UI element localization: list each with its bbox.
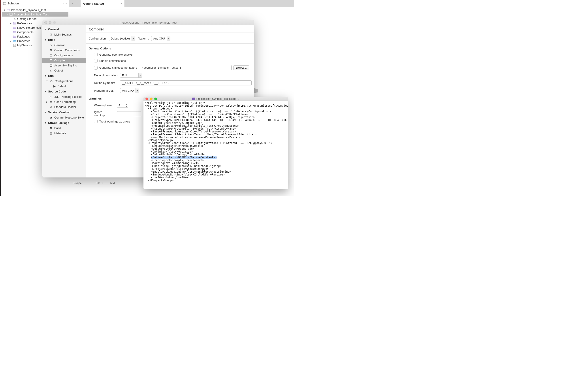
project-icon — [9, 13, 13, 16]
chevron-up-icon[interactable]: ▲ — [125, 103, 128, 105]
sidebar-category-general[interactable]: ▼General — [42, 26, 86, 32]
chevron-down-icon[interactable]: ▼ — [3, 9, 6, 11]
csproj-code-editor[interactable]: <?xml version="1.0" encoding="utf-8"?> <… — [144, 101, 288, 190]
window-controls — [146, 98, 157, 100]
checkbox-treat-warnings[interactable] — [94, 120, 98, 123]
checkbox-xml-doc[interactable] — [94, 66, 98, 70]
sidebar-item-output[interactable]: ⎋Output — [42, 68, 86, 73]
modal-sidebar: ▼General ⚙Main Settings ▼Build ▷General … — [42, 25, 86, 178]
chevron-right-icon[interactable]: ▶ — [9, 22, 12, 24]
window-zoom-icon[interactable] — [154, 98, 157, 100]
tab-bar: ‹ › Getting Started ✕ — [69, 0, 294, 7]
sidebar-item-naming-policies[interactable]: abc.NET Naming Policies — [42, 94, 86, 99]
chevron-right-icon[interactable]: ▶ — [9, 40, 12, 42]
sidebar-item-configurations[interactable]: ▢Configurations — [42, 53, 86, 58]
chevron-down-icon: ▼ — [138, 73, 142, 78]
chevron-down-icon[interactable]: ▼ — [125, 105, 128, 108]
sidebar-item-main-settings[interactable]: ⚙Main Settings — [42, 32, 86, 37]
row-generate-overflow: Generate overflow checks — [86, 52, 254, 58]
sidebar-item-standard-header[interactable]: #Standard Header — [42, 104, 86, 110]
checkbox-overflow[interactable] — [94, 53, 98, 56]
ignore-warnings-label: Ignore warnings: — [94, 110, 115, 117]
sidebar-category-build[interactable]: ▼Build — [42, 37, 86, 42]
xml-doc-input[interactable] — [139, 65, 232, 70]
modal-titlebar[interactable]: Project Options – Precompiler_Symbols_Te… — [42, 20, 254, 25]
csproj-editor-window: Precompiler_Symbols_Test.csproj ⌄ <?xml … — [144, 97, 288, 190]
checkbox-optimizations[interactable] — [94, 59, 98, 62]
sidebar-item-assembly-signing[interactable]: ⚿Assembly Signing — [42, 63, 86, 68]
chevron-down-icon: ▼ — [44, 90, 47, 93]
platform-target-select[interactable]: Any CPU ▼ — [120, 88, 139, 93]
chevron-down-icon[interactable]: ⌄ — [238, 98, 240, 100]
chevron-right-icon[interactable]: ▶ — [46, 101, 48, 103]
output-icon: ⎋ — [50, 69, 52, 72]
sidebar-item-code-formatting[interactable]: ▶≡Code Formatting — [42, 99, 86, 104]
stepper-arrows[interactable]: ▲▼ — [125, 103, 128, 108]
close-icon[interactable]: ✕ — [121, 2, 123, 5]
tree-label: Getting Started — [17, 17, 36, 20]
panel-close-icon[interactable]: ✕ — [65, 2, 67, 5]
folder-icon — [13, 22, 16, 24]
sidebar-item-nuget-metadata[interactable]: ▤Metadata — [42, 131, 86, 136]
tree-label: References — [17, 22, 32, 25]
platform-select[interactable]: Any CPU ▼ — [151, 36, 170, 41]
define-symbols-input[interactable] — [120, 80, 252, 86]
tree-solution-root[interactable]: ▼ Precompiler_Symbols_Test — [2, 8, 68, 12]
tree-project[interactable]: ▼ Precompiler_Symbols_Test — [2, 12, 68, 16]
window-close-icon[interactable] — [146, 98, 148, 100]
doc-icon: ▤ — [50, 132, 52, 135]
gear-icon: ⚙ — [50, 126, 52, 130]
chevron-down-icon: ▼ — [136, 88, 139, 93]
csproj-titlebar[interactable]: Precompiler_Symbols_Test.csproj ⌄ — [144, 97, 288, 101]
sidebar-item-default[interactable]: ▶Default — [42, 84, 86, 89]
nav-back-icon[interactable]: ‹ — [71, 2, 74, 6]
chevron-down-icon: ▼ — [44, 111, 47, 114]
sidebar-item-custom-commands[interactable]: ⚙Custom Commands — [42, 48, 86, 53]
configuration-row: Configuration: Debug (Active) ▼ Platform… — [86, 33, 254, 43]
row-platform-target: Platform target: Any CPU ▼ — [86, 87, 254, 94]
folder-blue-icon — [13, 40, 16, 42]
warning-level-stepper[interactable]: ▲▼ — [117, 103, 128, 108]
sidebar-item-compiler[interactable]: ⚒Compiler — [42, 58, 86, 63]
column-project[interactable]: Project — [74, 182, 82, 185]
panel-dock-icon[interactable]: ▭ — [62, 2, 64, 5]
sidebar-category-nuget[interactable]: ▼NuGet Package — [42, 120, 86, 126]
chevron-down-icon: ▼ — [44, 74, 47, 77]
modal-title: Project Options – Precompiler_Symbols_Te… — [120, 21, 177, 24]
chevron-down-icon[interactable]: ▼ — [6, 13, 8, 16]
select-value: Any CPU — [120, 89, 136, 92]
solution-panel-title: Solution — [8, 2, 60, 5]
sidebar-category-run[interactable]: ▼Run — [42, 73, 86, 78]
nav-forward-icon[interactable]: › — [75, 2, 79, 6]
column-file[interactable]: File▼ — [96, 182, 103, 185]
window-minimize-icon[interactable] — [49, 21, 52, 24]
window-zoom-icon[interactable] — [53, 21, 56, 24]
window-close-icon[interactable] — [44, 21, 47, 24]
gear-icon: ⚙ — [50, 48, 52, 52]
debug-info-select[interactable]: Full ▼ — [120, 73, 142, 78]
configuration-select[interactable]: Debug (Active) ▼ — [109, 36, 135, 41]
tree-label: Precompiler_Symbols_Test — [11, 8, 46, 12]
browse-button[interactable]: Browse... — [233, 65, 249, 70]
column-text[interactable]: Text — [110, 182, 115, 185]
content-header: Compiler — [86, 25, 254, 32]
configuration-label: Configuration: — [89, 37, 106, 40]
chevron-down-icon: ▼ — [167, 36, 170, 40]
chevron-down-icon: ▼ — [44, 122, 47, 124]
solution-icon — [6, 8, 10, 11]
sidebar-category-source-code[interactable]: ▼Source Code — [42, 89, 86, 94]
ignore-warnings-input[interactable] — [117, 111, 141, 116]
window-minimize-icon[interactable] — [150, 98, 152, 100]
tree-label: Components — [17, 30, 34, 34]
folder-icon — [13, 31, 16, 33]
sidebar-category-version-control[interactable]: ▼Version Control — [42, 110, 86, 115]
chevron-down-icon[interactable]: ▼ — [46, 80, 48, 82]
sidebar-item-run-configurations[interactable]: ▼⚙Configurations — [42, 78, 86, 84]
sidebar-item-build-general[interactable]: ▷General — [42, 42, 86, 48]
sidebar-item-nuget-build[interactable]: ⚙Build — [42, 126, 86, 131]
tab-getting-started[interactable]: Getting Started ✕ — [80, 0, 125, 7]
svg-rect-3 — [7, 9, 10, 10]
tree-label: Properties — [17, 39, 30, 42]
warning-level-input[interactable] — [117, 103, 125, 108]
sidebar-item-commit-style[interactable]: ◉Commit Message Style — [42, 115, 86, 120]
